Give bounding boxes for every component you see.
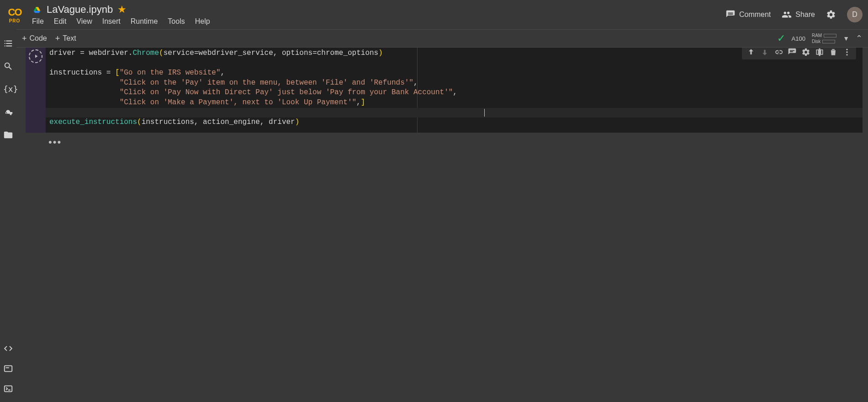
cell-gutter	[26, 48, 46, 133]
svg-point-6	[846, 51, 847, 53]
svg-marker-2	[34, 11, 41, 13]
delete-cell-icon[interactable]	[829, 48, 838, 57]
code-snippets-icon[interactable]	[3, 343, 13, 354]
status-check-icon: ✓	[777, 32, 785, 44]
cell-body[interactable]: driver = webdriver.Chrome(service=webdri…	[46, 48, 863, 133]
accelerator-label[interactable]: A100	[792, 35, 805, 42]
more-cell-actions-icon[interactable]	[842, 48, 852, 57]
left-rail: {x}	[0, 29, 16, 402]
link-icon[interactable]	[774, 48, 783, 57]
menu-runtime[interactable]: Runtime	[131, 17, 158, 26]
header-left: LaVague.ipynb ★ File Edit View Insert Ru…	[32, 4, 210, 26]
add-code-label: Code	[30, 34, 47, 43]
move-down-icon[interactable]	[760, 48, 769, 57]
share-icon	[782, 10, 792, 20]
colab-logo[interactable]: CO PRO	[5, 5, 24, 24]
cell-settings-icon[interactable]	[801, 48, 810, 57]
cell-output-ellipsis[interactable]: •••	[16, 133, 868, 148]
secrets-icon[interactable]	[3, 107, 13, 117]
drive-icon	[32, 5, 42, 15]
comment-icon	[725, 10, 736, 20]
code-editor[interactable]: driver = webdriver.Chrome(service=webdri…	[46, 48, 863, 127]
search-icon[interactable]	[3, 61, 13, 71]
user-avatar[interactable]: D	[847, 7, 863, 22]
share-button[interactable]: Share	[782, 10, 815, 20]
avatar-letter: D	[852, 11, 857, 19]
terminal-icon[interactable]	[3, 384, 13, 394]
share-label: Share	[795, 11, 815, 19]
run-cell-button[interactable]	[29, 49, 42, 63]
star-icon[interactable]: ★	[117, 4, 127, 16]
add-text-label: Text	[63, 34, 76, 43]
menu-help[interactable]: Help	[195, 17, 210, 26]
svg-point-5	[846, 49, 847, 50]
logo-pro-badge: PRO	[9, 18, 21, 23]
cell-toolbar	[742, 48, 856, 59]
ram-label: RAM	[812, 33, 822, 38]
comment-label: Comment	[739, 11, 771, 19]
header-right: Comment Share D	[725, 7, 863, 22]
disk-meter	[822, 40, 835, 43]
plus-icon: +	[22, 34, 27, 43]
add-text-button[interactable]: +Text	[55, 34, 76, 43]
files-icon[interactable]	[3, 130, 13, 140]
notebook-toolbar: +Code +Text ✓ A100 RAM Disk ▼ ⌃	[0, 29, 868, 48]
menu-view[interactable]: View	[76, 17, 92, 26]
move-up-icon[interactable]	[746, 48, 756, 57]
colab-header: CO PRO LaVague.ipynb ★ File Edit View In…	[0, 0, 868, 29]
comment-button[interactable]: Comment	[725, 10, 771, 20]
resource-monitor[interactable]: RAM Disk	[812, 33, 836, 44]
menu-tools[interactable]: Tools	[168, 17, 185, 26]
command-palette-icon[interactable]	[3, 364, 13, 374]
menu-bar: File Edit View Insert Runtime Tools Help	[32, 17, 210, 26]
notebook-title[interactable]: LaVague.ipynb	[47, 4, 113, 16]
settings-icon[interactable]	[826, 10, 836, 20]
runtime-menu-caret-icon[interactable]: ▼	[843, 35, 849, 42]
code-cell[interactable]: driver = webdriver.Chrome(service=webdri…	[26, 48, 863, 133]
title-row: LaVague.ipynb ★	[32, 4, 210, 16]
menu-edit[interactable]: Edit	[54, 17, 67, 26]
logo-co: CO	[8, 6, 21, 18]
menu-file[interactable]: File	[32, 17, 44, 26]
menu-insert[interactable]: Insert	[102, 17, 121, 26]
disk-label: Disk	[812, 39, 820, 44]
toolbar-right: ✓ A100 RAM Disk ▼ ⌃	[777, 32, 868, 44]
ram-meter	[824, 34, 836, 38]
svg-rect-4	[5, 386, 12, 392]
collapse-toolbar-icon[interactable]: ⌃	[856, 33, 863, 43]
mirror-cell-icon[interactable]	[815, 48, 824, 57]
svg-rect-3	[5, 366, 12, 372]
plus-icon: +	[55, 34, 60, 43]
notebook-area: driver = webdriver.Chrome(service=webdri…	[16, 48, 868, 402]
toc-icon[interactable]	[3, 38, 13, 48]
variables-icon[interactable]: {x}	[3, 84, 13, 94]
add-code-button[interactable]: +Code	[22, 34, 47, 43]
add-comment-icon[interactable]	[788, 48, 797, 57]
svg-point-7	[846, 54, 847, 55]
